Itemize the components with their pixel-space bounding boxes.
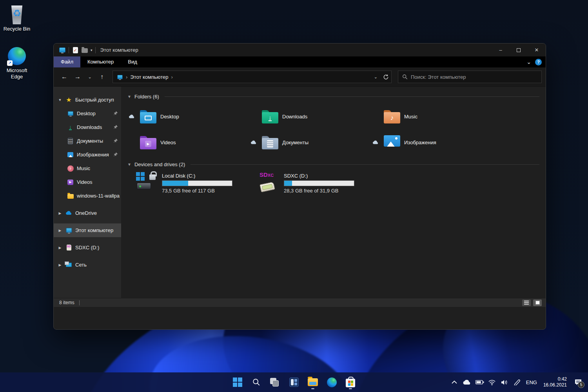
folder-icon-documents	[262, 135, 278, 149]
folder-label: Изображения	[404, 140, 436, 145]
details-view-button[interactable]	[522, 299, 531, 306]
drive-tile-local-disk-c[interactable]: Local Disk (C:) 73,5 GB free of 117 GB	[136, 172, 249, 194]
taskbar-edge-button[interactable]	[325, 374, 338, 390]
recent-locations-icon[interactable]: ⌄	[85, 71, 94, 83]
search-icon	[252, 378, 261, 387]
items-count: 8 items	[59, 300, 74, 305]
menu-file[interactable]: Файл	[54, 56, 80, 67]
search-input[interactable]	[411, 74, 537, 80]
start-button[interactable]	[231, 374, 244, 390]
chevron-right-icon[interactable]: ▶	[58, 246, 62, 250]
expand-ribbon-icon[interactable]: ⌄	[526, 59, 531, 65]
breadcrumb-chevron-icon[interactable]: ›	[171, 74, 173, 80]
this-pc-icon	[58, 45, 67, 55]
onedrive-icon	[65, 210, 72, 216]
drive-free-space: 73,5 GB free of 117 GB	[162, 188, 232, 194]
volume-icon[interactable]	[499, 376, 510, 388]
quick-access-properties-icon[interactable]	[71, 45, 80, 55]
videos-icon: ▶	[67, 179, 74, 185]
sd-card-icon	[65, 244, 72, 251]
close-button[interactable]: ✕	[528, 44, 546, 56]
folder-icon-desktop	[140, 109, 156, 123]
sidebar-item-this-pc[interactable]: ▶ Этот компьютер	[54, 223, 121, 237]
quick-access-new-folder-icon[interactable]	[80, 45, 89, 55]
files-pane: ▼ Folders (6) Desktop ↓ Downloads ♪	[121, 87, 546, 298]
task-view-button[interactable]	[269, 374, 282, 390]
back-button[interactable]: ←	[58, 71, 70, 83]
onedrive-status-cloud-icon	[372, 140, 379, 145]
language-indicator[interactable]: ENG	[524, 379, 539, 385]
pin-icon	[113, 152, 118, 157]
desktop-icon-recycle-bin[interactable]: ♻ Recycle Bin	[0, 4, 34, 32]
folder-tile-desktop[interactable]: Desktop	[127, 103, 249, 129]
divider	[95, 47, 96, 53]
sidebar-item-onedrive[interactable]: ▶ OneDrive	[54, 206, 121, 220]
folder-tile-videos[interactable]: ▶ Videos	[127, 129, 249, 155]
menu-view[interactable]: Вид	[121, 56, 144, 67]
chevron-right-icon[interactable]: ▶	[58, 211, 62, 215]
drive-free-space: 28,3 GB free of 31,9 GB	[284, 188, 354, 194]
sidebar-item-videos[interactable]: ▶ Videos	[54, 175, 121, 189]
section-header-devices[interactable]: ▼ Devices and drives (2)	[127, 162, 539, 167]
sidebar-item-network[interactable]: ▶ Сеть	[54, 258, 121, 272]
titlebar[interactable]: ▾ Этот компьютер – ✕	[54, 44, 546, 56]
show-hidden-icons-button[interactable]	[449, 376, 459, 388]
collapse-section-icon[interactable]: ▼	[127, 162, 131, 167]
folders-grid: Desktop ↓ Downloads ♪ Music ▶ Videos	[127, 103, 539, 155]
large-icons-view-button[interactable]	[533, 299, 542, 306]
section-header-folders[interactable]: ▼ Folders (6)	[127, 94, 539, 100]
sidebar-item-desktop[interactable]: Desktop	[54, 107, 121, 120]
music-icon: ♪	[67, 165, 74, 172]
breadcrumb-chevron-icon: ›	[126, 74, 127, 80]
sidebar-item-wallpapers-folder[interactable]: windows-11-wallpa	[54, 189, 121, 203]
chevron-down-icon[interactable]: ▼	[58, 98, 62, 102]
taskbar-store-button[interactable]	[344, 374, 357, 390]
refresh-icon[interactable]	[383, 74, 389, 80]
address-dropdown-icon[interactable]: ⌄	[374, 74, 377, 80]
forward-button[interactable]: →	[72, 71, 83, 83]
folder-tile-music[interactable]: ♪ Music	[371, 103, 493, 129]
status-bar: 8 items	[54, 298, 546, 307]
sidebar-item-label: Быстрый доступ	[75, 97, 114, 103]
drive-tile-sdxc-d[interactable]: SDXC SDXC (D:) 28,3 GB free of 31,9 GB	[258, 172, 371, 194]
window-title: Этот компьютер	[100, 47, 138, 53]
up-button[interactable]: ↑	[96, 71, 108, 83]
wifi-icon[interactable]	[487, 376, 497, 388]
menu-computer[interactable]: Компьютер	[80, 56, 121, 67]
collapse-section-icon[interactable]: ▼	[127, 94, 131, 99]
sidebar-item-documents[interactable]: Документы	[54, 134, 121, 148]
chevron-right-icon[interactable]: ▶	[58, 263, 62, 267]
this-pc-icon	[117, 74, 123, 79]
search-box[interactable]	[398, 71, 542, 83]
edge-icon: ↗	[8, 47, 26, 65]
sidebar-quick-access[interactable]: ▼ ★ Быстрый доступ	[54, 93, 121, 107]
maximize-button[interactable]	[510, 44, 528, 56]
sidebar-item-music[interactable]: ♪ Music	[54, 162, 121, 175]
clock[interactable]: 0:42 16.06.2021	[541, 376, 569, 388]
onedrive-tray-icon[interactable]	[462, 376, 472, 388]
folder-label: Music	[404, 114, 417, 120]
taskbar-search-button[interactable]	[250, 374, 263, 390]
widgets-button[interactable]	[287, 374, 301, 390]
folder-tile-downloads[interactable]: ↓ Downloads	[249, 103, 371, 129]
minimize-button[interactable]: –	[492, 44, 510, 56]
sidebar-item-sdxc-drive[interactable]: ▶ SDXC (D:)	[54, 241, 121, 254]
desktop-icon-microsoft-edge[interactable]: ↗ Microsoft Edge	[0, 47, 34, 80]
taskbar-file-explorer-button[interactable]	[306, 374, 319, 390]
drive-label: SDXC (D:)	[284, 173, 354, 179]
quick-access-toolbar-dropdown-icon[interactable]: ▾	[89, 48, 94, 52]
help-icon[interactable]: ?	[535, 59, 542, 65]
breadcrumb[interactable]: Этот компьютер	[130, 74, 168, 80]
sidebar-item-pictures[interactable]: Изображения	[54, 148, 121, 162]
this-pc-icon	[65, 227, 72, 234]
address-bar[interactable]: › Этот компьютер › ⌄	[113, 71, 392, 83]
pen-icon[interactable]	[512, 376, 522, 388]
pin-icon	[113, 138, 118, 143]
chevron-right-icon[interactable]: ▶	[58, 229, 62, 232]
folder-tile-documents[interactable]: Документы	[249, 129, 371, 155]
battery-icon[interactable]	[474, 376, 485, 388]
sidebar-item-label: Desktop	[77, 111, 96, 116]
sidebar-item-downloads[interactable]: ↓ Downloads	[54, 120, 121, 134]
folder-tile-pictures[interactable]: Изображения	[371, 129, 493, 155]
notification-center-button[interactable]: 5	[572, 376, 585, 389]
